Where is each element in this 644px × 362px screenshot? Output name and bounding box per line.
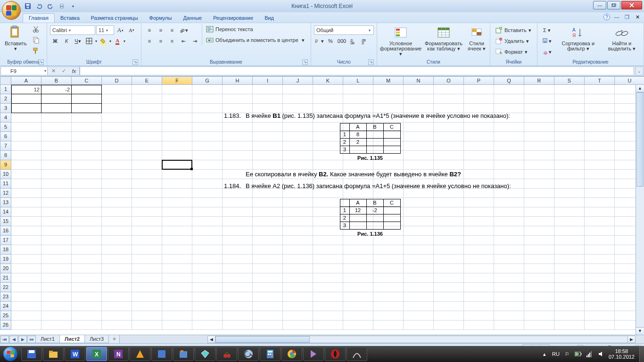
redo-icon[interactable] [45,1,56,11]
align-left-icon[interactable]: ≡ [144,36,155,46]
cell[interactable] [373,264,404,273]
cell[interactable] [253,245,283,255]
accounting-format-icon[interactable]: ₽▾ [314,36,324,46]
column-header[interactable]: R [524,76,554,85]
show-desktop-button[interactable] [639,346,644,362]
cell[interactable] [434,245,464,255]
cell[interactable] [404,245,434,255]
insert-cells-button[interactable]: Вставить ▾ [493,25,534,35]
cell[interactable] [162,273,192,283]
tab-home[interactable]: Главная [23,13,55,23]
dialog-launcher-icon[interactable]: ↘ [368,59,374,65]
cell[interactable] [11,170,41,179]
cell[interactable] [373,255,404,264]
cell[interactable] [223,292,253,302]
cell[interactable] [554,132,585,141]
row-header[interactable]: 4 [0,113,11,123]
wrap-text-button[interactable]: Перенос текста [204,24,306,34]
cell[interactable] [434,321,464,330]
cell[interactable] [72,245,102,255]
taskbar-app2-icon[interactable] [173,347,194,361]
formula-bar-expand-icon[interactable]: ⌄ [635,66,644,75]
row-header[interactable]: 21 [0,273,11,283]
cell[interactable] [253,94,283,104]
cell[interactable] [524,141,554,151]
cell[interactable] [132,226,162,236]
cell[interactable] [192,273,223,283]
cell[interactable] [464,245,494,255]
cell[interactable] [41,160,72,170]
cell[interactable] [72,104,102,113]
cell[interactable] [132,302,162,311]
sheet-nav-next-icon[interactable]: ▶ [18,336,27,343]
cell[interactable] [72,85,102,94]
cell[interactable] [585,85,615,94]
cell[interactable] [343,245,373,255]
sheet-tab-1[interactable]: Лист1 [35,335,60,343]
cell[interactable] [554,302,585,311]
decrease-decimal-icon[interactable]: ,00,0 [359,36,370,46]
cell[interactable] [132,283,162,292]
cell[interactable] [494,292,524,302]
tray-battery-icon[interactable]: 44 [575,350,582,358]
sheet-nav-prev-icon[interactable]: ◀ [9,336,18,343]
row-header[interactable]: 15 [0,217,11,226]
cell[interactable] [192,217,223,226]
taskbar-media-icon[interactable] [303,347,324,361]
format-painter-icon[interactable] [31,46,41,56]
cell[interactable] [585,151,615,160]
tray-volume-icon[interactable] [597,350,605,358]
cell[interactable] [102,245,132,255]
cell[interactable] [132,217,162,226]
help-icon[interactable]: ? [603,14,610,20]
cell[interactable] [192,283,223,292]
row-header[interactable]: 19 [0,255,11,264]
cell[interactable] [554,170,585,179]
new-sheet-button[interactable]: ✧ [108,335,120,344]
align-top-icon[interactable]: ≡ [144,25,155,35]
cell[interactable] [494,283,524,292]
column-header[interactable]: K [313,76,343,85]
cell[interactable] [343,292,373,302]
row-header[interactable]: 18 [0,245,11,255]
cell[interactable] [343,273,373,283]
format-cells-button[interactable]: Формат ▾ [493,47,534,57]
cell[interactable] [524,226,554,236]
cell[interactable] [253,104,283,113]
cell[interactable] [162,132,192,141]
find-select-button[interactable]: Найти и выделить ▾ [602,24,642,52]
cell[interactable] [585,94,615,104]
cell[interactable] [585,255,615,264]
cell[interactable] [524,198,554,207]
taskbar-onenote-icon[interactable]: N [108,347,129,361]
paste-button[interactable]: Вставить▾ [2,24,30,52]
number-format-combo[interactable]: Общий▾ [314,25,374,35]
cell[interactable] [162,245,192,255]
cell[interactable] [494,311,524,321]
cell[interactable] [554,236,585,245]
column-header[interactable]: G [192,76,223,85]
cell[interactable] [343,104,373,113]
cell[interactable] [11,104,41,113]
cell[interactable] [192,198,223,207]
cell[interactable] [192,189,223,198]
cell[interactable] [313,273,343,283]
cell[interactable] [41,132,72,141]
cell[interactable] [132,141,162,151]
cell[interactable] [404,94,434,104]
cell[interactable] [313,245,343,255]
tab-view[interactable]: Вид [259,14,280,23]
cell[interactable] [313,104,343,113]
taskbar-diamond-icon[interactable] [195,347,215,361]
cell[interactable] [283,245,313,255]
cell[interactable] [102,207,132,217]
cell[interactable] [554,141,585,151]
cell[interactable] [223,302,253,311]
taskbar-word-icon[interactable]: W [65,347,85,361]
cell[interactable] [102,198,132,207]
cell[interactable] [102,302,132,311]
cell[interactable] [41,245,72,255]
cell[interactable]: -2 [41,85,72,94]
cell[interactable] [11,226,41,236]
cell[interactable] [554,283,585,292]
